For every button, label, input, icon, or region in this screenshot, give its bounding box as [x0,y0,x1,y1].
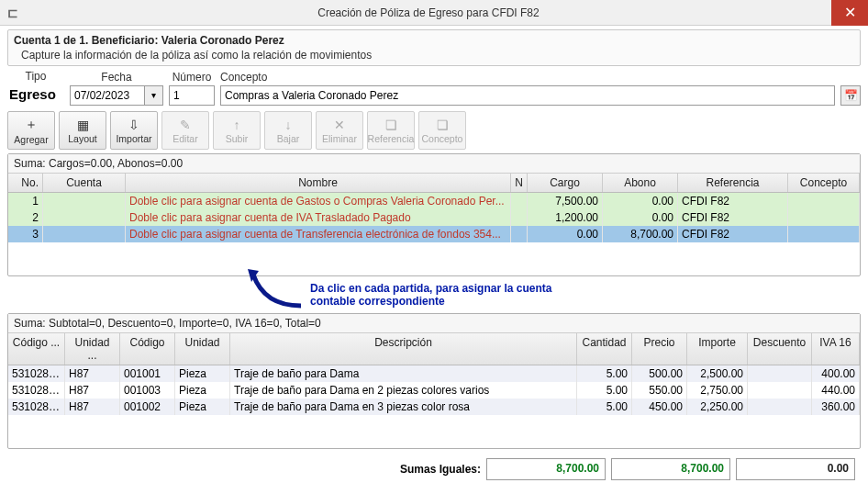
editar-button: ✎Editar [161,111,209,150]
instructions-line: Capture la información de la póliza así … [14,47,854,62]
concepto-input[interactable] [220,85,835,106]
subir-button: ↑Subir [213,111,261,150]
layout-icon: ▦ [77,118,89,132]
details-header: Código ... Unidad ... Código Unidad Desc… [8,333,860,365]
movements-summary: Suma: Cargos=0.00, Abonos=0.00 [8,154,860,174]
col-codigo2[interactable]: Código [120,333,175,365]
col-importe[interactable]: Importe [687,333,748,365]
col-iva16[interactable]: IVA 16 [812,333,860,365]
form-row: Tipo Egreso Fecha ▾ Número Concepto 📅 [7,70,861,106]
details-body: 53102802H87001001PiezaTraje de baño para… [8,365,860,415]
movements-header: No. Cuenta Nombre N Cargo Abono Referenc… [8,174,860,193]
col-cuenta[interactable]: Cuenta [43,174,126,192]
col-cargo[interactable]: Cargo [528,174,603,192]
numero-label: Número [169,71,215,85]
table-row[interactable]: 2Doble clic para asignar cuenta de IVA T… [8,209,860,226]
layout-button[interactable]: ▦Layout [59,111,106,150]
beneficiary-line: Cuenta 1 de 1. Beneficiario: Valeria Cor… [14,34,854,47]
ref-icon: ❏ [385,118,397,132]
numero-input[interactable] [169,85,215,106]
total-cargo: 8,700.00 [486,458,606,480]
col-codigo1[interactable]: Código ... [8,333,65,365]
delete-icon: ✕ [334,118,345,132]
col-concepto[interactable]: Concepto [788,174,860,192]
close-button[interactable]: ✕ [831,0,868,26]
fecha-dropdown[interactable]: ▾ [145,85,163,106]
import-icon: ⇩ [128,118,139,132]
total-diff: 0.00 [736,458,855,480]
col-precio[interactable]: Precio [632,333,687,365]
details-summary: Suma: Subtotal=0, Descuento=0, Importe=0… [8,314,860,333]
details-grid: Suma: Subtotal=0, Descuento=0, Importe=0… [7,313,861,449]
col-unidad2[interactable]: Unidad [175,333,230,365]
app-icon: ⊏ [0,6,26,20]
movements-grid: Suma: Cargos=0.00, Abonos=0.00 No. Cuent… [7,153,861,276]
total-abono: 8,700.00 [611,458,730,480]
table-row[interactable]: 53102802H87001003PiezaTraje de baño para… [8,382,860,399]
bajar-button: ↓Bajar [264,111,312,150]
table-row[interactable]: 1Doble clic para asignar cuenta de Gasto… [8,193,860,209]
col-unidad1[interactable]: Unidad ... [65,333,120,365]
table-row[interactable]: 3Doble clic para asignar cuenta de Trans… [8,226,860,242]
eliminar-button: ✕Eliminar [316,111,363,150]
fecha-input[interactable] [70,85,145,106]
concept-icon: ❏ [437,118,449,132]
totals-row: Sumas Iguales: 8,700.00 8,700.00 0.00 [13,458,855,480]
callout-annotation: Da clic en cada partida, para asignar la… [310,282,696,308]
toolbar: ＋Agregar ▦Layout ⇩Importar ✎Editar ↑Subi… [7,111,861,150]
col-referencia[interactable]: Referencia [678,174,788,192]
importar-button[interactable]: ⇩Importar [110,111,158,150]
titlebar: ⊏ Creación de Póliza de Egreso para CFDI… [0,0,868,26]
up-icon: ↑ [234,118,240,132]
calendar-button[interactable]: 📅 [840,85,861,106]
callout-line2: contable correspondiente [310,295,696,308]
totals-label: Sumas Iguales: [400,463,481,476]
col-nombre[interactable]: Nombre [126,174,511,192]
col-abono[interactable]: Abono [603,174,678,192]
table-row[interactable]: 53102802H87001002PiezaTraje de baño para… [8,399,860,415]
plus-icon: ＋ [25,117,38,133]
edit-icon: ✎ [180,118,191,132]
tipo-label: Tipo [7,70,64,84]
col-n[interactable]: N [511,174,528,192]
col-cantidad[interactable]: Cantidad [577,333,632,365]
beneficiary-panel: Cuenta 1 de 1. Beneficiario: Valeria Cor… [7,29,861,66]
col-descuento[interactable]: Descuento [748,333,812,365]
referencia-button: ❏Referencia [367,111,415,150]
movements-body: 1Doble clic para asignar cuenta de Gasto… [8,193,860,242]
col-no[interactable]: No. [8,174,43,192]
arrow-icon [246,269,310,315]
agregar-button[interactable]: ＋Agregar [7,111,55,150]
down-icon: ↓ [285,118,292,132]
callout-line1: Da clic en cada partida, para asignar la… [310,282,696,295]
concepto-label: Concepto [220,71,835,85]
tipo-value: Egreso [7,84,64,106]
window-title: Creación de Póliza de Egreso para CFDI F… [26,6,831,19]
concepto-button: ❏Concepto [418,111,466,150]
fecha-label: Fecha [70,71,163,85]
table-row[interactable]: 53102802H87001001PiezaTraje de baño para… [8,365,860,382]
col-descripcion[interactable]: Descripción [230,333,577,365]
